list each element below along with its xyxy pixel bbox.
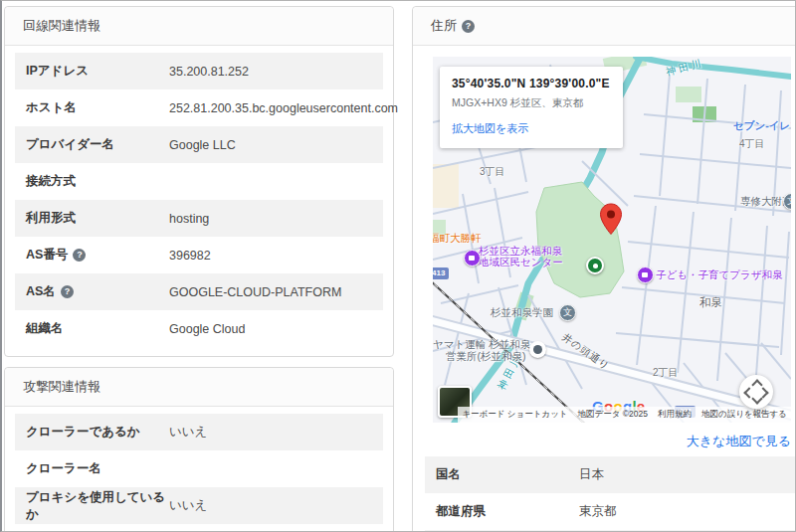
map-label-yamato[interactable]: 営業所(杉並和泉) — [446, 350, 526, 364]
report-error-link[interactable]: 地図の誤りを報告する — [701, 409, 787, 421]
address-rows: 国名 日本 都道府県 東京都 — [425, 456, 796, 532]
row-value: Google LLC — [169, 138, 236, 152]
row-value: 日本 — [579, 466, 604, 483]
row-label: プロキシを使用しているか — [26, 489, 169, 523]
map-label-seven-eleven[interactable]: セブン-イレブ — [733, 119, 791, 133]
attack-info-card: 攻撃関連情報 クローラーであるか いいえ クローラー名 プロキシを使用しているか… — [4, 367, 394, 532]
table-row: ホスト名 252.81.200.35.bc.googleusercontent.… — [15, 89, 383, 126]
table-row: プロキシを使用しているか いいえ — [15, 487, 383, 524]
row-label: IPアドレス — [26, 63, 169, 80]
map-label-district: 4丁目 — [739, 137, 765, 151]
map-data-text: 地図データ ©2025 — [578, 409, 648, 421]
table-row: 利用形式 hosting — [15, 200, 383, 237]
row-value: いいえ — [169, 424, 207, 441]
row-label: クローラー名 — [26, 460, 169, 477]
table-row: クローラー名 — [15, 450, 383, 487]
row-label: プロバイダー名 — [26, 136, 169, 153]
card-title: 住所 — [431, 17, 457, 35]
table-row: 都道府県 東京都 — [425, 493, 796, 530]
address-card-header: 住所 ? — [413, 7, 796, 46]
row-value: GOOGLE-CLOUD-PLATFORM — [169, 285, 341, 299]
card-title: 回線関連情報 — [23, 17, 100, 35]
card-title: 攻撃関連情報 — [23, 378, 100, 396]
table-row: 組織名 Google Cloud — [15, 310, 383, 347]
line-info-card: 回線関連情報 IPアドレス 35.200.81.252 ホスト名 252.81.… — [4, 6, 394, 357]
row-label-text: AS名 — [26, 283, 56, 300]
row-label: 都道府県 — [436, 503, 579, 520]
row-value: Google Cloud — [169, 322, 245, 336]
map-pan-control[interactable] — [739, 375, 773, 409]
plus-code-text: MJGX+HX9 杉並区、東京都 — [452, 96, 611, 110]
row-value: 396982 — [169, 249, 211, 263]
map-building-block — [433, 164, 459, 208]
google-map-embed[interactable]: 神田川 神田川 3丁目 4丁目 2丁目 和泉 セブン-イレブ 専修大附高 杉並区… — [433, 57, 791, 423]
row-label: クローラーであるか — [26, 424, 169, 441]
route-badge-413: 413 — [433, 267, 449, 279]
help-icon[interactable]: ? — [462, 20, 475, 33]
table-row: AS名 ? GOOGLE-CLOUD-PLATFORM — [15, 273, 383, 310]
row-label-text: AS番号 — [26, 247, 68, 264]
map-label-restaurant[interactable]: 福町大勝軒 — [433, 232, 482, 246]
line-info-card-header: 回線関連情報 — [5, 7, 393, 46]
map-label-community-center[interactable]: 地域区民センター — [479, 256, 563, 269]
community-center-poi-icon[interactable] — [464, 250, 481, 266]
table-row: クローラーであるか いいえ — [15, 414, 383, 450]
address-card: 住所 ? — [412, 6, 796, 532]
map-label-district: 2丁目 — [653, 366, 679, 380]
table-row: 国名 日本 — [425, 456, 796, 493]
map-link-row: 大きな地図で見る — [425, 423, 796, 456]
business-poi-icon[interactable] — [529, 341, 546, 358]
table-row: 接続方式 — [15, 163, 383, 200]
row-label: AS名 ? — [26, 283, 169, 300]
map-label-district: 3丁目 — [480, 165, 505, 179]
line-info-rows: IPアドレス 35.200.81.252 ホスト名 252.81.200.35.… — [5, 46, 393, 356]
page: 回線関連情報 IPアドレス 35.200.81.252 ホスト名 252.81.… — [0, 0, 796, 532]
map-footer: キーボード ショートカット 地図データ ©2025 利用規約 地図の誤りを報告す… — [458, 407, 791, 423]
map-label-kids-plaza[interactable]: 子ども・子育てプラザ和泉 — [656, 268, 782, 282]
map-info-card: 35°40'35.0"N 139°39'00.0"E MJGX+HX9 杉並区、… — [440, 67, 623, 148]
table-row: IPアドレス 35.200.81.252 — [15, 53, 383, 89]
keyboard-shortcuts-link[interactable]: キーボード ショートカット — [462, 409, 567, 421]
view-larger-map-link[interactable]: 大きな地図で見る — [687, 434, 791, 448]
help-icon[interactable]: ? — [61, 285, 74, 298]
row-label: 組織名 — [26, 320, 169, 337]
help-icon[interactable]: ? — [73, 249, 86, 262]
table-row: プロバイダー名 Google LLC — [15, 126, 383, 163]
row-label: AS番号 ? — [26, 247, 169, 264]
row-label: ホスト名 — [26, 99, 169, 116]
school-poi-icon[interactable]: 文 — [559, 304, 576, 321]
coordinates-text: 35°40'35.0"N 139°39'00.0"E — [452, 77, 611, 90]
table-row: AS番号 ? 396982 — [15, 237, 383, 273]
row-value: hosting — [169, 212, 209, 226]
row-value: 252.81.200.35.bc.googleusercontent.com — [169, 101, 398, 115]
row-value: 35.200.81.252 — [169, 65, 249, 79]
map-label-school[interactable]: 杉並和泉学園 — [491, 306, 553, 320]
address-card-body: 神田川 神田川 3丁目 4丁目 2丁目 和泉 セブン-イレブ 専修大附高 杉並区… — [413, 46, 796, 532]
park-place-marker-icon[interactable] — [586, 257, 604, 274]
attack-info-card-header: 攻撃関連情報 — [5, 368, 393, 407]
park-area — [536, 182, 624, 297]
row-label: 接続方式 — [26, 173, 169, 190]
terms-link[interactable]: 利用規約 — [658, 409, 692, 421]
attack-info-rows: クローラーであるか いいえ クローラー名 プロキシを使用しているか いいえ — [5, 407, 393, 532]
kids-plaza-poi-icon[interactable] — [637, 266, 654, 283]
row-value: いいえ — [169, 497, 207, 514]
enlarge-map-link[interactable]: 拡大地図を表示 — [452, 121, 528, 136]
row-label: 国名 — [436, 466, 579, 483]
row-label: 利用形式 — [26, 210, 169, 227]
location-pin-icon[interactable] — [599, 203, 623, 236]
row-value: 東京都 — [579, 503, 617, 520]
map-label-town: 和泉 — [699, 295, 722, 310]
